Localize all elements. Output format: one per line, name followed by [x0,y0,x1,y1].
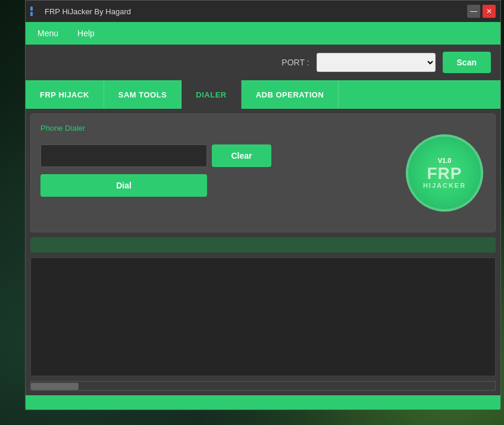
frp-logo-version: V1.0 [438,157,452,164]
dial-button-row: Dial [40,174,326,197]
horizontal-scrollbar[interactable] [30,381,496,391]
app-icon [30,7,40,16]
log-area [30,257,496,376]
tab-frp-hijack[interactable]: FRP HIJACK [26,80,104,109]
frp-logo-sub: HIJACKER [423,182,466,189]
minimize-button[interactable]: — [467,5,480,18]
menu-menu-item[interactable]: Menu [33,26,63,40]
dialer-controls: Clear Dial [40,144,326,197]
title-bar-left: FRP HiJacker By Hagard [30,7,131,16]
clear-button[interactable]: Clear [212,144,271,167]
window-title: FRP HiJacker By Hagard [45,7,131,16]
dial-button[interactable]: Dial [40,174,207,197]
port-select[interactable] [317,53,436,72]
dialer-panel: Phone Dialer Clear Dial V1.0 FRP HIJACKE… [30,114,496,232]
dialer-input-row: Clear [40,144,326,167]
port-label: PORT : [281,58,309,67]
help-menu-item[interactable]: Help [73,26,99,40]
close-button[interactable]: ✕ [483,5,496,18]
content-area: Phone Dialer Clear Dial V1.0 FRP HIJACKE… [26,109,500,395]
scroll-thumb[interactable] [31,383,79,390]
tab-bar: FRP HIJACK SAM TOOLS DIALER ADB OPERATIO… [26,80,500,109]
port-row: PORT : Scan [26,45,500,80]
tab-adb-operation[interactable]: ADB OPERATION [242,80,339,109]
tab-sam-tools[interactable]: SAM TOOLS [104,80,182,109]
main-window: FRP HiJacker By Hagard — ✕ Menu Help POR… [25,0,501,410]
title-bar: FRP HiJacker By Hagard — ✕ [26,1,500,22]
tab-dialer[interactable]: DIALER [181,80,241,109]
status-bar [30,237,496,253]
menu-bar: Menu Help [26,22,500,45]
bottom-strip [26,395,500,410]
panel-title: Phone Dialer [40,124,486,133]
frp-logo-text: FRP [427,165,462,182]
log-content [31,258,495,376]
frp-logo: V1.0 FRP HIJACKER [406,134,483,212]
title-controls: — ✕ [467,5,496,18]
dialer-input[interactable] [40,144,207,167]
scan-button[interactable]: Scan [443,52,491,73]
